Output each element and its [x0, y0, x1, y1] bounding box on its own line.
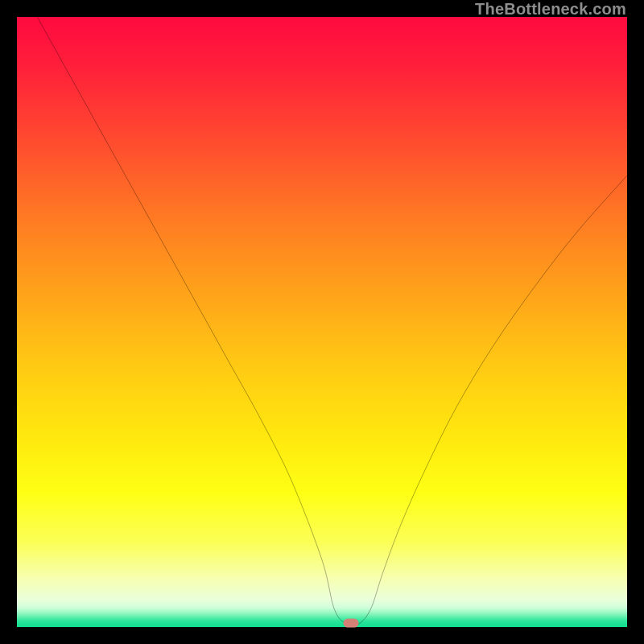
- bottleneck-curve: [17, 17, 627, 627]
- optimum-marker: [343, 618, 358, 627]
- watermark-text: TheBottleneck.com: [475, 0, 626, 19]
- plot-area: [17, 17, 627, 627]
- chart-frame: TheBottleneck.com: [0, 0, 644, 644]
